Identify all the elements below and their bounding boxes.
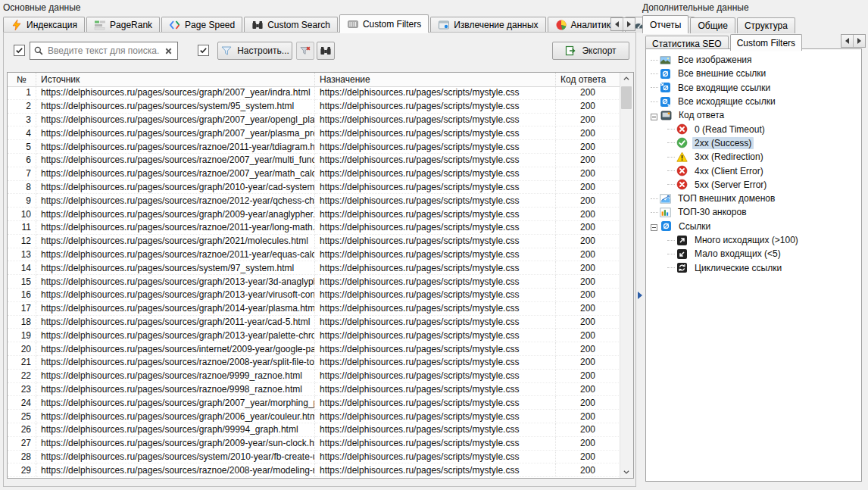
tab-indexing[interactable]: Индексация bbox=[3, 17, 85, 33]
tree-connector bbox=[667, 170, 675, 171]
cell-target: https://delphisources.ru/pages/scripts/m… bbox=[315, 194, 556, 208]
tab-scroll-left-button[interactable] bbox=[611, 18, 623, 30]
collapse-icon[interactable] bbox=[651, 112, 657, 119]
tree-item-few-incoming[interactable]: Мало входящих (<5) bbox=[646, 247, 861, 261]
table-vertical-scrollbar[interactable] bbox=[620, 73, 633, 478]
tab-scroll-right-button[interactable] bbox=[623, 18, 635, 30]
tree-item-code-2xx[interactable]: 2xx (Success) bbox=[646, 136, 861, 150]
tree-item-label: 2xx (Success) bbox=[692, 137, 754, 149]
table-row[interactable]: 25https://delphisources.ru/pages/sources… bbox=[8, 410, 620, 423]
tab-pagerank[interactable]: PageRank bbox=[86, 17, 160, 33]
scroll-thumb[interactable] bbox=[621, 86, 632, 109]
tree-item-many-outgoing[interactable]: Много исходящих (>100) bbox=[646, 233, 861, 247]
cell-code: 200 bbox=[556, 248, 620, 262]
tree-item-all-incoming-links[interactable]: Все входящие ссылки bbox=[646, 81, 861, 95]
tree-item-code-3xx[interactable]: 3xx (Redirection) bbox=[646, 150, 861, 164]
table-row[interactable]: 5https://delphisources.ru/pages/sources/… bbox=[8, 140, 620, 154]
table-row[interactable]: 10https://delphisources.ru/pages/sources… bbox=[8, 208, 620, 221]
find-button[interactable] bbox=[317, 42, 335, 60]
cell-code: 200 bbox=[556, 114, 620, 127]
cell-index: 2 bbox=[8, 100, 36, 114]
column-header-3[interactable]: Код ответа bbox=[556, 73, 620, 86]
tree-item-links[interactable]: Ссылки bbox=[646, 220, 861, 233]
search-enable-checkbox[interactable] bbox=[14, 45, 25, 56]
table-row[interactable]: 13https://delphisources.ru/pages/sources… bbox=[8, 248, 620, 262]
table-row[interactable]: 12https://delphisources.ru/pages/sources… bbox=[8, 235, 620, 248]
table-row[interactable]: 17https://delphisources.ru/pages/sources… bbox=[8, 302, 620, 316]
table-row[interactable]: 27https://delphisources.ru/pages/sources… bbox=[8, 437, 620, 451]
tree-item-cyclic-links[interactable]: Циклические ссылки bbox=[646, 261, 861, 274]
column-header-1[interactable]: Источник bbox=[36, 73, 315, 86]
table-row[interactable]: 14https://delphisources.ru/pages/sources… bbox=[8, 261, 620, 275]
table-row[interactable]: 18https://delphisources.ru/pages/sources… bbox=[8, 316, 620, 329]
configure-filter-button[interactable]: Настроить... bbox=[217, 42, 292, 60]
tree-item-label: Мало входящих (<5) bbox=[692, 248, 783, 260]
cell-index: 12 bbox=[8, 235, 36, 248]
table-row[interactable]: 2https://delphisources.ru/pages/sources/… bbox=[8, 100, 620, 114]
tree-connector bbox=[651, 198, 658, 199]
side-subtab-custom-filters[interactable]: Custom Filters bbox=[730, 34, 802, 51]
table-row[interactable]: 20https://delphisources.ru/pages/sources… bbox=[8, 342, 620, 356]
scroll-down-button[interactable] bbox=[620, 466, 632, 478]
side-tab-general[interactable]: Общие bbox=[690, 17, 735, 33]
tree-connector bbox=[651, 73, 658, 74]
column-header-0[interactable]: № bbox=[8, 73, 36, 86]
table-row[interactable]: 29https://delphisources.ru/pages/sources… bbox=[8, 463, 620, 477]
cell-index: 1 bbox=[8, 86, 36, 100]
tab-custom-search[interactable]: Custom Search bbox=[244, 17, 338, 33]
collapse-icon[interactable] bbox=[651, 223, 657, 229]
column-header-2[interactable]: Назначение bbox=[315, 73, 556, 86]
cell-source: https://delphisources.ru/pages/sources/g… bbox=[36, 235, 315, 248]
cell-source: https://delphisources.ru/pages/sources/r… bbox=[36, 356, 315, 370]
table-row[interactable]: 24https://delphisources.ru/pages/sources… bbox=[8, 396, 620, 410]
tree-item-response-code[interactable]: Код ответа bbox=[646, 108, 861, 122]
tab-page-speed[interactable]: Page Speed bbox=[161, 17, 242, 33]
funnel-remove-icon bbox=[299, 45, 311, 57]
export-button[interactable]: Экспорт bbox=[552, 42, 629, 60]
clear-search-icon[interactable] bbox=[163, 45, 174, 57]
table-row[interactable]: 11https://delphisources.ru/pages/sources… bbox=[8, 221, 620, 235]
monitor-icon bbox=[660, 110, 672, 121]
table-row[interactable]: 16https://delphisources.ru/pages/sources… bbox=[8, 289, 620, 302]
configure-filter-label: Настроить... bbox=[237, 45, 289, 56]
filter-enable-checkbox[interactable] bbox=[198, 45, 209, 56]
subtab-scroll-right-button[interactable] bbox=[854, 35, 865, 47]
table-row[interactable]: 22https://delphisources.ru/pages/sources… bbox=[8, 370, 620, 383]
clear-filter-button[interactable] bbox=[296, 42, 314, 60]
search-input[interactable] bbox=[46, 45, 161, 57]
tree-item-code-4xx[interactable]: 4xx (Client Error) bbox=[646, 164, 861, 177]
tree-item-all-external-links[interactable]: Все внешние ссылки bbox=[646, 67, 861, 80]
tree-item-code-5xx[interactable]: 5xx (Server Error) bbox=[646, 178, 861, 192]
square-out-icon bbox=[676, 235, 688, 246]
tree-item-top-external-domains[interactable]: ТОП внешних доменов bbox=[646, 192, 861, 205]
table-row[interactable]: 15https://delphisources.ru/pages/sources… bbox=[8, 275, 620, 289]
tree-item-code-0[interactable]: 0 (Read Timeout) bbox=[646, 122, 861, 136]
table-row[interactable]: 1https://delphisources.ru/pages/sources/… bbox=[8, 86, 620, 100]
tab-label: Общие bbox=[698, 20, 727, 31]
splitter-collapse-icon[interactable] bbox=[638, 292, 642, 299]
table-row[interactable]: 21https://delphisources.ru/pages/sources… bbox=[8, 356, 620, 370]
tree-item-all-outgoing-links[interactable]: Все исходящие ссылки bbox=[646, 95, 861, 108]
link-blue-icon bbox=[660, 220, 672, 232]
table-row[interactable]: 6https://delphisources.ru/pages/sources/… bbox=[8, 154, 620, 167]
table-row[interactable]: 7https://delphisources.ru/pages/sources/… bbox=[8, 167, 620, 181]
tab-data-extraction[interactable]: Извлечение данных bbox=[430, 17, 545, 33]
table-row[interactable]: 26https://delphisources.ru/pages/sources… bbox=[8, 423, 620, 437]
panel-splitter[interactable] bbox=[637, 32, 643, 487]
scroll-up-button[interactable] bbox=[620, 73, 632, 85]
table-row[interactable]: 19https://delphisources.ru/pages/sources… bbox=[8, 329, 620, 342]
table-row[interactable]: 8https://delphisources.ru/pages/sources/… bbox=[8, 181, 620, 195]
side-tab-structure[interactable]: Структура bbox=[737, 17, 795, 33]
cell-index: 17 bbox=[8, 302, 36, 316]
table-row[interactable]: 28https://delphisources.ru/pages/sources… bbox=[8, 451, 620, 464]
tree-item-top-30-anchors[interactable]: ТОП-30 анкоров bbox=[646, 205, 861, 219]
table-row[interactable]: 4https://delphisources.ru/pages/sources/… bbox=[8, 126, 620, 140]
subtab-scroll-left-button[interactable] bbox=[841, 35, 854, 47]
cell-source: https://delphisources.ru/pages/sources/g… bbox=[36, 86, 315, 100]
tab-custom-filters[interactable]: Custom Filters bbox=[339, 14, 429, 33]
table-row[interactable]: 9https://delphisources.ru/pages/sources/… bbox=[8, 194, 620, 208]
tree-item-all-images[interactable]: Все изображения bbox=[646, 53, 861, 67]
side-tab-reports[interactable]: Отчеты bbox=[642, 15, 688, 33]
table-row[interactable]: 23https://delphisources.ru/pages/sources… bbox=[8, 383, 620, 397]
table-row[interactable]: 3https://delphisources.ru/pages/sources/… bbox=[8, 114, 620, 127]
